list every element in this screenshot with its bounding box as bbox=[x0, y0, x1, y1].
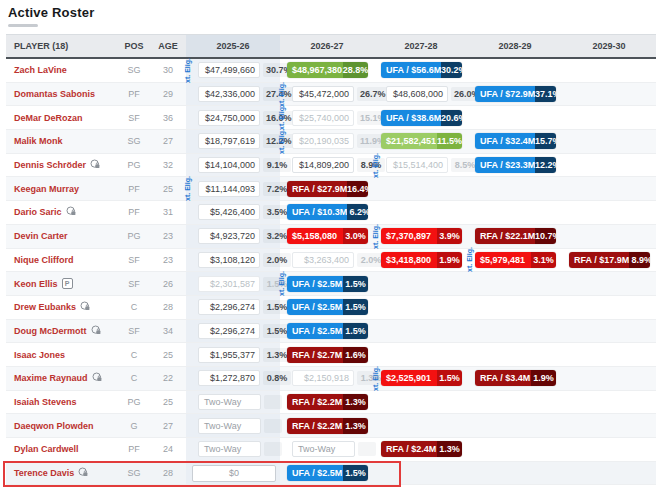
salary-input[interactable]: $20,190,035 bbox=[292, 133, 354, 149]
player-link[interactable]: Keon Ellis bbox=[14, 279, 58, 289]
salary-input[interactable]: $48,608,000 bbox=[386, 86, 448, 102]
salary-input[interactable]: $42,336,000 bbox=[198, 86, 260, 102]
player-link[interactable]: Malik Monk bbox=[14, 136, 63, 146]
year-cell-2026-27: xt. Elig.UFA / $2.5M1.5% bbox=[280, 272, 374, 295]
year-cell-2029-30 bbox=[562, 225, 656, 248]
age-cell: 25 bbox=[150, 391, 186, 414]
header-pos[interactable]: POS bbox=[118, 35, 150, 57]
player-link[interactable]: Terence Davis bbox=[14, 468, 74, 478]
player-link[interactable]: Drew Eubanks bbox=[14, 302, 76, 312]
extension-eligible-label: xt. Elig. bbox=[278, 105, 285, 130]
age-cell: 29 bbox=[150, 83, 186, 106]
salary-input[interactable]: $47,499,660 bbox=[198, 62, 260, 78]
player-link[interactable]: Domantas Sabonis bbox=[14, 89, 95, 99]
player-link[interactable]: Doug McDermott bbox=[14, 326, 87, 336]
player-link[interactable]: Devin Carter bbox=[14, 231, 68, 241]
badge-percentage: 1.9% bbox=[437, 252, 462, 268]
year-cell-2025-26: $5,426,4003.5% bbox=[186, 201, 280, 224]
table-row: Isaiah StevensPG25Two-WayRFA / $2.2M1.3% bbox=[6, 391, 656, 415]
salary-option-badge: $3,418,8001.9% bbox=[381, 252, 462, 268]
free-agent-badge: RFA / $3.4M1.9% bbox=[475, 370, 556, 386]
header-age[interactable]: AGE bbox=[150, 35, 186, 57]
badge-label: UFA / $72.9M bbox=[475, 86, 535, 102]
salary-input[interactable]: $2,150,918 bbox=[292, 370, 354, 386]
table-row: Drew EubanksC28$2,296,2741.5%UFA / $2.5M… bbox=[6, 296, 656, 320]
salary-input[interactable]: $11,144,093 bbox=[198, 181, 260, 197]
salary-input[interactable]: $3,108,120 bbox=[198, 252, 260, 268]
player-link[interactable]: Isaac Jones bbox=[14, 350, 65, 360]
year-cell-2026-27: xt. Elig.$25,740,00015.1% bbox=[280, 106, 374, 129]
salary-input[interactable]: $45,472,000 bbox=[292, 86, 354, 102]
year-cell-2027-28 bbox=[374, 201, 468, 224]
extension-eligible-label: xt. Elig. bbox=[278, 82, 285, 107]
player-link[interactable]: Dylan Cardwell bbox=[14, 444, 79, 454]
header-year-2025-26[interactable]: 2025-26 bbox=[186, 35, 280, 57]
player-link[interactable]: Keegan Murray bbox=[14, 184, 79, 194]
free-agent-badge: UFA / $32.4M15.7% bbox=[475, 133, 556, 149]
player-link[interactable]: Dennis Schröder bbox=[14, 160, 86, 170]
badge-label: $48,967,380 bbox=[287, 62, 343, 78]
table-row: Dennis SchröderPG32$14,104,0009.1%$14,80… bbox=[6, 154, 656, 178]
age-cell: 23 bbox=[150, 225, 186, 248]
header-year-2029-30[interactable]: 2029-30 bbox=[562, 35, 656, 57]
salary-input[interactable]: $4,923,720 bbox=[198, 228, 260, 244]
player-cell: Daeqwon Plowden bbox=[6, 414, 118, 437]
player-cell: Terence Davis bbox=[6, 462, 118, 485]
year-cell-2028-29 bbox=[468, 320, 562, 343]
year-cell-2027-28: $48,608,00026.0% bbox=[374, 83, 468, 106]
player-link[interactable]: Isaiah Stevens bbox=[14, 397, 77, 407]
free-agent-badge: RFA / $2.7M1.6% bbox=[287, 347, 368, 363]
header-player[interactable]: PLAYER (18) bbox=[6, 35, 118, 57]
header-year-2026-27[interactable]: 2026-27 bbox=[280, 35, 374, 57]
salary-input[interactable]: $0 bbox=[192, 465, 276, 482]
salary-input[interactable]: $5,426,400 bbox=[198, 204, 260, 220]
player-link[interactable]: Zach LaVine bbox=[14, 65, 67, 75]
year-cell-2026-27: RFA / $2.7M1.6% bbox=[280, 343, 374, 366]
salary-input[interactable]: $1,955,377 bbox=[198, 347, 260, 363]
table-header: PLAYER (18) POS AGE 2025-26 2026-27 2027… bbox=[6, 34, 656, 59]
free-agent-badge: UFA / $2.5M1.5% bbox=[287, 465, 368, 481]
badge-label: UFA / $56.6M bbox=[381, 62, 441, 78]
position-cell: C bbox=[118, 343, 150, 366]
header-year-2028-29[interactable]: 2028-29 bbox=[468, 35, 562, 57]
position-cell: C bbox=[118, 296, 150, 319]
trade-restriction-icon bbox=[80, 301, 90, 313]
position-cell: SF bbox=[118, 106, 150, 129]
position-cell: G bbox=[118, 414, 150, 437]
player-link[interactable]: Dario Saric bbox=[14, 207, 62, 217]
salary-input[interactable]: $14,809,200 bbox=[292, 157, 354, 173]
free-agent-badge: UFA / $23.3M12.2% bbox=[475, 157, 556, 173]
salary-input[interactable]: $15,514,400 bbox=[386, 157, 448, 173]
year-cell-2027-28 bbox=[374, 391, 468, 414]
salary-option-badge: $7,370,8973.9% bbox=[381, 228, 462, 244]
badge-label: RFA / $22.1M bbox=[475, 228, 535, 244]
salary-input[interactable]: $24,750,000 bbox=[198, 110, 260, 126]
salary-input[interactable]: $18,797,619 bbox=[198, 133, 260, 149]
salary-input[interactable]: $3,263,400 bbox=[292, 252, 354, 268]
badge-percentage: 1.9% bbox=[531, 370, 556, 386]
salary-input[interactable]: $2,301,587 bbox=[198, 276, 260, 292]
salary-input[interactable]: $1,272,870 bbox=[198, 370, 260, 386]
year-cell-2026-27: $2,150,9181.3% bbox=[280, 367, 374, 390]
header-year-2027-28[interactable]: 2027-28 bbox=[374, 35, 468, 57]
free-agent-badge: UFA / $72.9M37.1% bbox=[475, 86, 556, 102]
year-cell-2029-30 bbox=[562, 130, 656, 153]
badge-percentage: 1.5% bbox=[343, 299, 368, 315]
salary-input[interactable]: $2,296,274 bbox=[198, 323, 260, 339]
salary-input[interactable]: $25,740,000 bbox=[292, 110, 354, 126]
player-link[interactable]: Maxime Raynaud bbox=[14, 373, 88, 383]
salary-input[interactable]: $14,104,000 bbox=[198, 157, 260, 173]
year-cell-2028-29 bbox=[468, 272, 562, 295]
salary-option-badge: $21,582,45111.5% bbox=[381, 133, 462, 149]
table-row: Dylan CardwellPF24Two-WayTwo-WayRFA / $2… bbox=[6, 438, 656, 462]
position-cell: PF bbox=[118, 201, 150, 224]
badge-label: $21,582,451 bbox=[381, 133, 437, 149]
player-link[interactable]: DeMar DeRozan bbox=[14, 113, 83, 123]
player-cell: Isaac Jones bbox=[6, 343, 118, 366]
table-row: Devin CarterPG23$4,923,7203.2%$5,158,080… bbox=[6, 225, 656, 249]
year-cell-2025-26: xt. Elig.$47,499,66030.7% bbox=[186, 59, 280, 82]
player-link[interactable]: Daeqwon Plowden bbox=[14, 421, 94, 431]
year-cell-2025-26: $1,955,3771.3% bbox=[186, 343, 280, 366]
salary-input[interactable]: $2,296,274 bbox=[198, 299, 260, 315]
player-link[interactable]: Nique Clifford bbox=[14, 255, 74, 265]
